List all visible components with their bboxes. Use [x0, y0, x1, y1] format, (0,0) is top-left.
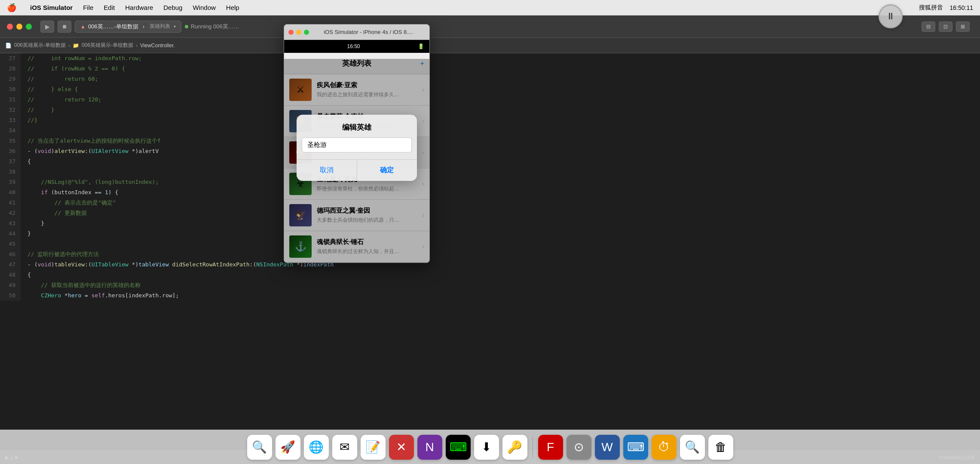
dock-item-onenote[interactable]: N	[417, 435, 442, 460]
code-line: 34	[0, 125, 980, 136]
xcode-titlebar: ▶ ■ ▲ 006英……-单组数据 › 英雄列表 ▾ Running 006英……	[0, 15, 980, 38]
sim-close[interactable]	[288, 30, 294, 35]
xcode-toolbar: ▶ ■ ▲ 006英……-单组数据 › 英雄列表 ▾ Running 006英……	[40, 21, 918, 33]
code-line: 49 // 获取当前被选中的这行的英雄的名称	[0, 280, 980, 290]
dialog-overlay: 编辑英雄 取消 确定	[284, 74, 429, 263]
code-line: 39 //NSLog(@"%ld", (long)buttonIndex);	[0, 177, 980, 187]
code-line: 38	[0, 167, 980, 177]
dock-item-xcode[interactable]: ⌨	[623, 435, 648, 460]
code-line: 36 - (void)alertView:(UIAlertView *)aler…	[0, 146, 980, 156]
dialog-buttons: 取消 确定	[297, 159, 417, 181]
code-line: 29 // return 60;	[0, 74, 980, 84]
menu-ios-simulator[interactable]: iOS Simulator	[30, 4, 73, 11]
menu-hardware[interactable]: Hardware	[125, 4, 153, 11]
line-content: }	[21, 218, 980, 229]
traffic-lights	[7, 24, 32, 30]
dock-item-parallels[interactable]: ⊙	[567, 435, 591, 460]
line-content: // 监听行被选中的代理方法	[21, 249, 980, 259]
simulator-window: iOS Simulator - iPhone 4s / iOS 8.... 16…	[284, 24, 430, 263]
run-button[interactable]: ▶	[40, 21, 54, 33]
running-indicator: Running 006英……	[185, 23, 239, 31]
menu-window[interactable]: Window	[193, 4, 215, 11]
input-method[interactable]: 搜狐拼音	[919, 4, 943, 12]
code-line: 50 CZHero *hero = self.heros[indexPath.r…	[0, 290, 980, 301]
apple-logo[interactable]: 🍎	[7, 3, 16, 12]
line-content: {	[21, 270, 980, 280]
dock-item-instruments[interactable]: ⏱	[652, 435, 677, 460]
code-line: 45	[0, 239, 980, 249]
breadcrumb-part2[interactable]: 006英雄展示-单组数据	[82, 42, 133, 49]
close-button[interactable]	[7, 24, 13, 30]
menu-debug[interactable]: Debug	[163, 4, 182, 11]
line-content: // 更新数据	[21, 208, 980, 218]
line-content	[21, 239, 980, 249]
scheme-selector[interactable]: ▲ 006英……-单组数据 › 英雄列表 ▾	[75, 21, 181, 33]
code-line: 46 // 监听行被选中的代理方法	[0, 249, 980, 259]
breadcrumb-part3[interactable]: ViewController.	[140, 43, 175, 49]
dock-item-finder[interactable]: 🔍	[247, 435, 272, 460]
edit-hero-dialog: 编辑英雄 取消 确定	[297, 115, 417, 181]
menu-edit[interactable]: Edit	[104, 4, 115, 11]
dock-item-launchpad[interactable]: 🚀	[276, 435, 300, 460]
line-number: 30	[0, 84, 21, 95]
hero-name-input[interactable]	[302, 137, 412, 153]
code-line: 47 - (void)tableView:(UITableView *)tabl…	[0, 259, 980, 270]
code-line: 40 if (buttonIndex == 1) {	[0, 187, 980, 198]
line-number: 35	[0, 136, 21, 146]
navigator-toggle[interactable]: ⊟	[922, 21, 935, 32]
line-content: //}	[21, 115, 980, 125]
line-number: 43	[0, 218, 21, 229]
code-line: 30 // } else {	[0, 84, 980, 95]
line-content: // if (rowNum % 2 == 0) {	[21, 64, 980, 74]
clock: 16:50:11	[950, 4, 974, 11]
code-editor[interactable]: 27 // int rowNum = indexPath.row; 28 // …	[0, 53, 980, 450]
view-controls: ⊟ ⊡ ⊞	[922, 21, 970, 32]
line-number: 42	[0, 208, 21, 218]
confirm-button[interactable]: 确定	[357, 160, 417, 181]
dock-item-mail[interactable]: ✉	[332, 435, 357, 460]
pause-button[interactable]: ⏸	[879, 4, 903, 28]
dock-item-notes[interactable]: 📝	[361, 435, 386, 460]
line-content: // }	[21, 105, 980, 115]
dock-item-download[interactable]: ⬇	[474, 435, 499, 460]
sim-maximize[interactable]	[304, 30, 309, 35]
line-number: 49	[0, 280, 21, 290]
line-content: // 获取当前被选中的这行的英雄的名称	[21, 280, 980, 290]
sim-minimize[interactable]	[296, 30, 301, 35]
dock-item-filezilla[interactable]: F	[538, 435, 563, 460]
status-time: 16:50	[347, 43, 360, 49]
breadcrumb-part1[interactable]: 006英雄展示-单组数据	[14, 42, 66, 49]
dock-item-pptp[interactable]: 🔑	[502, 435, 527, 460]
line-number: 44	[0, 229, 21, 239]
dock-item-spotlight[interactable]: 🔍	[680, 435, 705, 460]
hero-list[interactable]: ⚔ 疾风创豪·亚索 我的进击之旅到底还需要持续多久？... › 💥 暴走萝莉·金…	[284, 74, 429, 263]
line-number: 27	[0, 53, 21, 64]
line-number: 37	[0, 156, 21, 167]
dock-item-terminal[interactable]: ⌨	[446, 435, 471, 460]
line-content: - (void)alertView:(UIAlertView *)alertV	[21, 146, 980, 156]
dock-item-crossover[interactable]: ✕	[389, 435, 414, 460]
breadcrumb-icon: 📄	[5, 43, 12, 49]
maximize-button[interactable]	[26, 24, 32, 30]
line-content: //NSLog(@"%ld", (long)buttonIndex);	[21, 177, 980, 187]
sim-title: iOS Simulator - iPhone 4s / iOS 8....	[312, 29, 425, 35]
breadcrumb-bar: 📄 006英雄展示-单组数据 › 📁 006英雄展示-单组数据 › ViewCo…	[0, 38, 980, 53]
line-content	[21, 167, 980, 177]
dock-item-safari[interactable]: 🌐	[304, 435, 329, 460]
minimize-button[interactable]	[16, 24, 22, 30]
dock-divider	[533, 437, 533, 458]
dock-item-trash[interactable]: 🗑	[708, 435, 733, 460]
running-label: Running 006英……	[191, 23, 239, 31]
code-line: 48 {	[0, 270, 980, 280]
line-number: 33	[0, 115, 21, 125]
utilities-toggle[interactable]: ⊞	[956, 21, 970, 32]
cancel-button[interactable]: 取消	[297, 160, 357, 181]
line-number: 34	[0, 125, 21, 136]
menu-help[interactable]: Help	[226, 4, 239, 11]
dock-item-word[interactable]: W	[595, 435, 620, 460]
stop-button[interactable]: ■	[58, 21, 71, 33]
assistant-toggle[interactable]: ⊡	[939, 21, 952, 32]
code-line: 43 }	[0, 218, 980, 229]
menu-file[interactable]: File	[83, 4, 93, 11]
line-content: if (buttonIndex == 1) {	[21, 187, 980, 198]
